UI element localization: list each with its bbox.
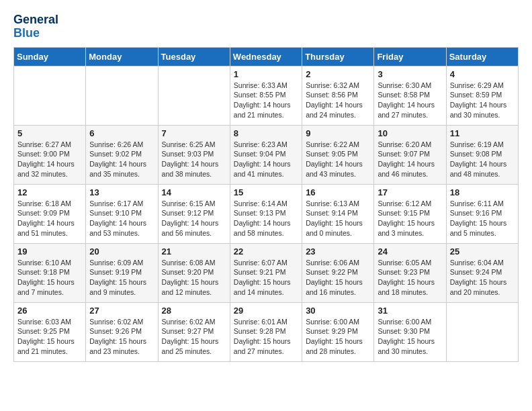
weekday-header-sunday: Sunday [14,47,86,66]
day-info: Sunrise: 6:23 AM Sunset: 9:04 PM Dayligh… [234,140,298,179]
day-number: 1 [234,69,298,79]
day-number: 12 [17,187,82,197]
calendar-cell: 2Sunrise: 6:32 AM Sunset: 8:56 PM Daylig… [302,66,374,125]
day-info: Sunrise: 6:19 AM Sunset: 9:08 PM Dayligh… [450,140,515,179]
calendar-cell: 31Sunrise: 6:00 AM Sunset: 9:30 PM Dayli… [374,302,446,361]
day-number: 30 [306,306,370,316]
day-number: 2 [306,69,370,79]
calendar-cell: 14Sunrise: 6:15 AM Sunset: 9:12 PM Dayli… [158,184,230,243]
day-number: 11 [450,128,515,138]
calendar-cell: 8Sunrise: 6:23 AM Sunset: 9:04 PM Daylig… [230,125,302,184]
calendar-cell: 21Sunrise: 6:08 AM Sunset: 9:20 PM Dayli… [158,243,230,302]
calendar-cell: 15Sunrise: 6:14 AM Sunset: 9:13 PM Dayli… [230,184,302,243]
day-number: 25 [450,246,515,257]
logo-general: General [13,13,58,27]
day-info: Sunrise: 6:32 AM Sunset: 8:56 PM Dayligh… [306,81,370,120]
day-number: 21 [162,246,226,257]
day-info: Sunrise: 6:08 AM Sunset: 9:20 PM Dayligh… [162,258,226,298]
calendar-week-5: 26Sunrise: 6:03 AM Sunset: 9:25 PM Dayli… [14,302,519,361]
calendar-cell: 7Sunrise: 6:25 AM Sunset: 9:03 PM Daylig… [158,125,230,184]
calendar-cell: 19Sunrise: 6:10 AM Sunset: 9:18 PM Dayli… [14,243,86,302]
day-number: 22 [234,246,298,257]
day-info: Sunrise: 6:01 AM Sunset: 9:28 PM Dayligh… [234,317,298,357]
day-number: 20 [89,246,154,257]
day-info: Sunrise: 6:20 AM Sunset: 9:07 PM Dayligh… [378,140,442,179]
day-number: 14 [162,187,226,197]
day-number: 23 [306,246,370,257]
day-info: Sunrise: 6:03 AM Sunset: 9:25 PM Dayligh… [17,317,82,357]
weekday-header-thursday: Thursday [302,47,374,66]
weekday-header-tuesday: Tuesday [158,47,230,66]
day-info: Sunrise: 6:33 AM Sunset: 8:55 PM Dayligh… [234,81,298,120]
calendar-cell [446,302,518,361]
day-info: Sunrise: 6:14 AM Sunset: 9:13 PM Dayligh… [234,199,298,238]
calendar-cell: 6Sunrise: 6:26 AM Sunset: 9:02 PM Daylig… [86,125,158,184]
calendar-cell [158,66,230,125]
day-number: 31 [378,306,442,316]
calendar-cell: 30Sunrise: 6:00 AM Sunset: 9:29 PM Dayli… [302,302,374,361]
day-info: Sunrise: 6:13 AM Sunset: 9:14 PM Dayligh… [306,199,370,238]
day-info: Sunrise: 6:10 AM Sunset: 9:18 PM Dayligh… [17,258,82,298]
day-number: 28 [162,306,226,316]
day-number: 5 [17,128,82,138]
calendar-cell: 24Sunrise: 6:05 AM Sunset: 9:23 PM Dayli… [374,243,446,302]
calendar-cell: 26Sunrise: 6:03 AM Sunset: 9:25 PM Dayli… [14,302,86,361]
calendar-header-row: SundayMondayTuesdayWednesdayThursdayFrid… [14,47,519,66]
calendar-cell: 3Sunrise: 6:30 AM Sunset: 8:58 PM Daylig… [374,66,446,125]
weekday-header-wednesday: Wednesday [230,47,302,66]
day-info: Sunrise: 6:18 AM Sunset: 9:09 PM Dayligh… [17,199,82,238]
weekday-header-saturday: Saturday [446,47,518,66]
day-number: 19 [17,246,82,257]
calendar-cell: 18Sunrise: 6:11 AM Sunset: 9:16 PM Dayli… [446,184,518,243]
day-number: 6 [89,128,154,138]
calendar-cell: 25Sunrise: 6:04 AM Sunset: 9:24 PM Dayli… [446,243,518,302]
day-number: 16 [306,187,370,197]
calendar-cell: 11Sunrise: 6:19 AM Sunset: 9:08 PM Dayli… [446,125,518,184]
calendar-cell: 10Sunrise: 6:20 AM Sunset: 9:07 PM Dayli… [374,125,446,184]
calendar-week-4: 19Sunrise: 6:10 AM Sunset: 9:18 PM Dayli… [14,243,519,302]
day-number: 10 [378,128,442,138]
day-number: 27 [89,306,154,316]
day-info: Sunrise: 6:17 AM Sunset: 9:10 PM Dayligh… [89,199,154,238]
day-number: 4 [450,69,515,79]
calendar-cell: 13Sunrise: 6:17 AM Sunset: 9:10 PM Dayli… [86,184,158,243]
day-number: 15 [234,187,298,197]
day-info: Sunrise: 6:12 AM Sunset: 9:15 PM Dayligh… [378,199,442,238]
calendar-cell: 9Sunrise: 6:22 AM Sunset: 9:05 PM Daylig… [302,125,374,184]
calendar-cell: 17Sunrise: 6:12 AM Sunset: 9:15 PM Dayli… [374,184,446,243]
day-info: Sunrise: 6:06 AM Sunset: 9:22 PM Dayligh… [306,258,370,298]
day-number: 29 [234,306,298,316]
day-info: Sunrise: 6:11 AM Sunset: 9:16 PM Dayligh… [450,199,515,238]
day-info: Sunrise: 6:15 AM Sunset: 9:12 PM Dayligh… [162,199,226,238]
day-number: 13 [89,187,154,197]
day-info: Sunrise: 6:29 AM Sunset: 8:59 PM Dayligh… [450,81,515,120]
calendar-week-1: 1Sunrise: 6:33 AM Sunset: 8:55 PM Daylig… [14,66,519,125]
day-info: Sunrise: 6:25 AM Sunset: 9:03 PM Dayligh… [162,140,226,179]
calendar-cell: 22Sunrise: 6:07 AM Sunset: 9:21 PM Dayli… [230,243,302,302]
day-info: Sunrise: 6:00 AM Sunset: 9:29 PM Dayligh… [306,317,370,357]
calendar-week-2: 5Sunrise: 6:27 AM Sunset: 9:00 PM Daylig… [14,125,519,184]
calendar-cell: 27Sunrise: 6:02 AM Sunset: 9:26 PM Dayli… [86,302,158,361]
day-info: Sunrise: 6:22 AM Sunset: 9:05 PM Dayligh… [306,140,370,179]
day-number: 8 [234,128,298,138]
day-number: 7 [162,128,226,138]
day-info: Sunrise: 6:02 AM Sunset: 9:27 PM Dayligh… [162,317,226,357]
calendar-cell: 16Sunrise: 6:13 AM Sunset: 9:14 PM Dayli… [302,184,374,243]
calendar-cell: 28Sunrise: 6:02 AM Sunset: 9:27 PM Dayli… [158,302,230,361]
day-number: 17 [378,187,442,197]
day-info: Sunrise: 6:27 AM Sunset: 9:00 PM Dayligh… [17,140,82,179]
calendar-cell: 12Sunrise: 6:18 AM Sunset: 9:09 PM Dayli… [14,184,86,243]
page-header: General Blue General Blue [13,13,519,40]
logo: General Blue General Blue [13,13,58,40]
calendar-cell: 4Sunrise: 6:29 AM Sunset: 8:59 PM Daylig… [446,66,518,125]
day-number: 9 [306,128,370,138]
day-number: 18 [450,187,515,197]
day-info: Sunrise: 6:02 AM Sunset: 9:26 PM Dayligh… [89,317,154,357]
day-number: 24 [378,246,442,257]
day-info: Sunrise: 6:00 AM Sunset: 9:30 PM Dayligh… [378,317,442,357]
day-number: 3 [378,69,442,79]
weekday-header-friday: Friday [374,47,446,66]
calendar-cell [86,66,158,125]
day-info: Sunrise: 6:04 AM Sunset: 9:24 PM Dayligh… [450,258,515,298]
calendar-cell: 29Sunrise: 6:01 AM Sunset: 9:28 PM Dayli… [230,302,302,361]
